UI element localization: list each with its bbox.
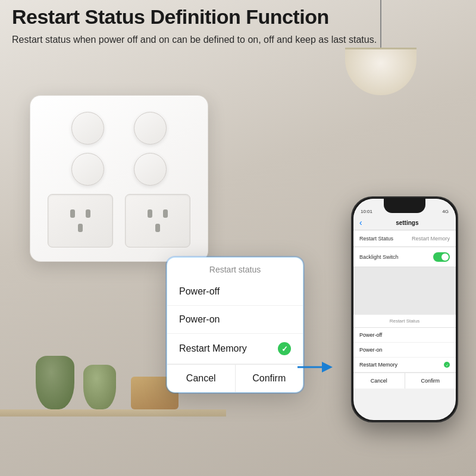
wall-switch-container <box>30 95 214 268</box>
dialog-option-power-off-label: Power-off <box>179 286 220 297</box>
switch-buttons-top <box>71 112 167 145</box>
phone-header-title: settings <box>365 220 450 226</box>
switch-button-3[interactable] <box>71 153 104 186</box>
outlet-2-holes <box>148 209 168 218</box>
dialog-option-power-off[interactable]: Power-off <box>167 278 303 306</box>
phone-restart-status-row[interactable]: Restart Status Restart Memory <box>353 231 456 247</box>
dialog-option-restart-memory-label: Restart Memory <box>179 343 247 354</box>
vase-1 <box>36 356 74 409</box>
phone-backlight-row[interactable]: Backlight Switch <box>353 248 456 267</box>
title-area: Restart Status Definition Function Resta… <box>12 6 464 47</box>
phone-restart-status-label: Restart Status <box>359 236 393 242</box>
phone-container: 10:01 4G ‹ settings Restart Status Resta… <box>351 196 458 422</box>
dialog-box: Restart status Power-off Power-on Restar… <box>167 257 303 393</box>
phone-mini-option-3[interactable]: Restart Memory ✓ <box>353 358 456 372</box>
outlet-1-holes <box>70 209 90 218</box>
arrow-pointing-phone <box>298 358 333 376</box>
wall-switch <box>30 95 208 262</box>
phone-settings-content: Restart Status Restart Memory Backlight … <box>353 231 456 267</box>
dialog-actions: Cancel Confirm <box>167 364 303 392</box>
vase-2 <box>83 365 116 409</box>
phone-mini-actions: Cancel Confirm <box>353 372 456 389</box>
dialog-option-restart-memory[interactable]: Restart Memory ✓ <box>167 334 303 364</box>
dialog-option-power-on[interactable]: Power-on <box>167 306 303 334</box>
phone-nav-header: ‹ settings <box>353 215 456 230</box>
shelf <box>0 409 226 416</box>
phone-backlight-label: Backlight Switch <box>359 254 399 260</box>
shelf-decorations <box>0 381 226 476</box>
outlet-2 <box>125 194 190 248</box>
phone-mini-check-icon: ✓ <box>444 362 450 368</box>
phone-restart-status-value: Restart Memory <box>412 236 450 242</box>
dialog-cancel-button[interactable]: Cancel <box>167 365 236 392</box>
phone-time: 10:01 <box>361 209 372 214</box>
phone-network: 4G <box>442 209 449 214</box>
phone-mini-option-2[interactable]: Power-on <box>353 343 456 358</box>
phone-mini-option-2-label: Power-on <box>359 347 383 353</box>
outlet-hole-left <box>70 209 75 218</box>
outlet-2-hole-right <box>163 209 168 218</box>
outlet-2-hole-left <box>148 209 152 218</box>
outlet-2-ground <box>155 224 160 232</box>
phone: 10:01 4G ‹ settings Restart Status Resta… <box>351 196 458 422</box>
back-arrow-icon[interactable]: ‹ <box>359 218 362 227</box>
phone-mini-option-1[interactable]: Power-off <box>353 328 456 343</box>
switch-button-2[interactable] <box>134 112 167 145</box>
switch-button-4[interactable] <box>134 153 167 186</box>
restart-status-dialog: Restart status Power-off Power-on Restar… <box>167 257 303 393</box>
phone-backlight-toggle[interactable] <box>433 252 450 262</box>
phone-mini-confirm[interactable]: Confirm <box>405 373 456 389</box>
page-subtitle: Restart status when power off and on can… <box>12 33 464 47</box>
lamp-shade <box>345 48 416 95</box>
outlet-hole-right <box>86 209 90 218</box>
dialog-confirm-button[interactable]: Confirm <box>236 365 303 392</box>
phone-mini-option-1-label: Power-off <box>359 332 382 338</box>
outlets-row <box>42 194 196 248</box>
dialog-option-power-on-label: Power-on <box>179 314 220 325</box>
phone-notch <box>384 199 425 213</box>
page-title: Restart Status Definition Function <box>12 6 464 28</box>
phone-screen: 10:01 4G ‹ settings Restart Status Resta… <box>353 199 456 420</box>
phone-mini-dialog: Restart Status Power-off Power-on Restar… <box>353 315 456 389</box>
switch-buttons-bottom <box>71 153 167 186</box>
phone-mini-option-3-label: Restart Memory <box>359 362 397 368</box>
outlet-1-ground <box>78 224 83 232</box>
phone-mini-dialog-title: Restart Status <box>353 315 456 328</box>
phone-gray-area <box>353 267 456 315</box>
dialog-check-icon: ✓ <box>278 342 291 355</box>
dialog-title: Restart status <box>167 258 303 278</box>
switch-button-1[interactable] <box>71 112 104 145</box>
outlet-1 <box>48 194 113 248</box>
phone-mini-cancel[interactable]: Cancel <box>353 373 405 389</box>
